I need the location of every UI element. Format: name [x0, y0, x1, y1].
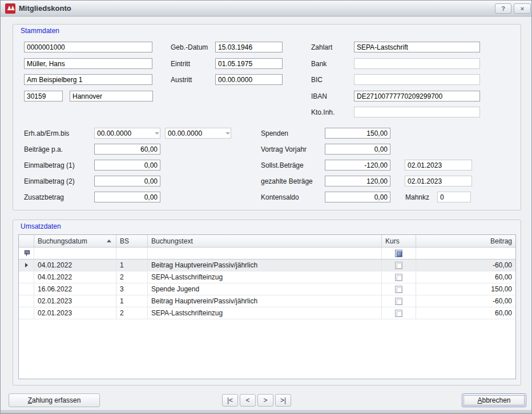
- window: ♟♟ Mitgliedskonto ? × Stammdaten Geb.-Da…: [0, 0, 532, 414]
- zahlart-label: Zahlart: [311, 43, 332, 51]
- vortrag-vorjahr-field[interactable]: [325, 144, 390, 155]
- mahnkz-label: Mahnkz: [405, 193, 429, 201]
- kurs-checkbox[interactable]: [395, 310, 402, 317]
- column-header-buchungstext[interactable]: Buchungstext: [148, 235, 382, 247]
- bic-label: BIC: [311, 76, 323, 84]
- umsatzdaten-caption: Umsatzdaten: [21, 222, 61, 230]
- bank-label: Bank: [311, 60, 327, 68]
- einmalbetrag1-field[interactable]: [94, 160, 160, 171]
- erh-ab-combo[interactable]: [94, 128, 160, 139]
- city-field[interactable]: [70, 91, 153, 102]
- filter-cell-buchungsdatum[interactable]: [34, 247, 116, 259]
- erm-bis-combo[interactable]: [165, 128, 231, 139]
- spenden-label: Spenden: [261, 129, 288, 137]
- erm-bis-field[interactable]: [166, 128, 225, 138]
- beitraege-pa-label: Beiträge p.a.: [24, 145, 63, 153]
- sort-ascending-icon: [107, 240, 111, 242]
- spenden-field[interactable]: [325, 128, 390, 139]
- erh-erm-label: Erh.ab/Erm.bis: [24, 129, 69, 137]
- eintritt-field[interactable]: [215, 58, 283, 69]
- zahlart-field[interactable]: [354, 42, 480, 52]
- kontensaldo-field[interactable]: [325, 192, 390, 202]
- vortrag-vorjahr-label: Vortrag Vorjahr: [261, 145, 307, 153]
- member-name-field[interactable]: [24, 58, 152, 69]
- kontensaldo-label: Kontensaldo: [261, 193, 299, 201]
- kurs-filter-checkbox[interactable]: [395, 250, 402, 257]
- bank-field[interactable]: [354, 58, 480, 69]
- chevron-down-icon[interactable]: [154, 128, 160, 138]
- einmalbetrag2-label: Einmalbetrag (2): [24, 177, 75, 185]
- sollst-betraege-field[interactable]: [325, 160, 390, 171]
- table-row[interactable]: 04.01.2022 1 Beitrag Hauptverein/Passiv/…: [19, 259, 515, 271]
- kurs-checkbox[interactable]: [395, 286, 402, 293]
- bic-field[interactable]: [354, 74, 480, 85]
- abbrechen-button[interactable]: Abbrechen: [462, 393, 526, 407]
- iban-field[interactable]: [354, 91, 480, 102]
- column-header-beitrag[interactable]: Beitrag: [416, 235, 515, 247]
- kurs-checkbox[interactable]: [395, 298, 402, 305]
- erh-ab-field[interactable]: [95, 128, 154, 138]
- window-bottom-edge: [1, 410, 531, 413]
- geb-datum-field[interactable]: [215, 42, 283, 52]
- geb-datum-label: Geb.-Datum: [171, 43, 208, 51]
- table-row[interactable]: 02.01.2023 1 Beitrag Hauptverein/Passiv/…: [19, 295, 515, 307]
- row-indicator-cell: [19, 295, 34, 307]
- austritt-field[interactable]: [215, 74, 283, 85]
- kurs-checkbox[interactable]: [395, 274, 402, 281]
- filter-row-indicator-cell: [19, 247, 34, 259]
- nav-previous-button[interactable]: <: [240, 394, 256, 407]
- einmalbetrag2-field[interactable]: [94, 176, 160, 186]
- gezahlt-datum-field[interactable]: [405, 176, 472, 186]
- help-button[interactable]: ?: [495, 3, 511, 14]
- member-figures-icon: ♟♟: [7, 3, 14, 14]
- zusatzbetrag-label: Zusatzbetrag: [24, 193, 64, 201]
- kto-inh-label: Kto.Inh.: [311, 108, 334, 116]
- nav-first-button[interactable]: |<: [222, 394, 238, 407]
- titlebar: ♟♟ Mitgliedskonto ? ×: [1, 1, 531, 17]
- gezahlte-betraege-label: gezahlte Beträge: [261, 177, 313, 185]
- nav-last-button[interactable]: >|: [275, 394, 291, 407]
- app-icon: ♟♟: [5, 3, 15, 14]
- zusatzbetrag-field[interactable]: [94, 192, 160, 202]
- iban-label: IBAN: [311, 92, 327, 100]
- sollst-datum-field[interactable]: [405, 160, 472, 171]
- close-button[interactable]: ×: [514, 3, 531, 14]
- kto-inh-field[interactable]: [354, 107, 480, 117]
- grid-filter-row: [19, 247, 515, 259]
- member-number-field[interactable]: [24, 42, 152, 52]
- column-header-buchungsdatum[interactable]: Buchungsdatum: [34, 235, 116, 247]
- filter-row-icon: [24, 250, 29, 257]
- table-row[interactable]: 02.01.2023 2 SEPA-Lastschrifteinzug 60,0…: [19, 307, 515, 319]
- chevron-down-icon[interactable]: [225, 128, 231, 138]
- window-title: Mitgliedskonto: [19, 4, 71, 13]
- current-row-arrow-icon: [25, 263, 28, 267]
- row-indicator-cell: [19, 271, 34, 283]
- stammdaten-caption: Stammdaten: [21, 27, 59, 35]
- row-indicator-cell: [19, 259, 34, 271]
- mahnkz-field[interactable]: [437, 192, 471, 202]
- filter-cell-beitrag[interactable]: [416, 247, 515, 259]
- zip-field[interactable]: [24, 91, 63, 102]
- client-area: Stammdaten Geb.-Datum Eintritt Austritt …: [1, 17, 531, 413]
- austritt-label: Austritt: [171, 76, 192, 84]
- table-row[interactable]: 04.01.2022 2 SEPA-Lastschrifteinzug 60,0…: [19, 271, 515, 283]
- table-row[interactable]: 16.06.2022 3 Spende Jugend 150,00: [19, 283, 515, 295]
- grid-empty-area: [19, 319, 515, 379]
- kurs-checkbox[interactable]: [395, 262, 402, 269]
- indicator-header-cell: [19, 235, 34, 247]
- column-header-kurs[interactable]: Kurs: [382, 235, 416, 247]
- gezahlte-betraege-field[interactable]: [325, 176, 390, 186]
- nav-next-button[interactable]: >: [257, 394, 273, 407]
- sollst-betraege-label: Sollst.Beträge: [261, 161, 304, 169]
- filter-cell-buchungstext[interactable]: [148, 247, 382, 259]
- row-indicator-cell: [19, 283, 34, 295]
- row-indicator-cell: [19, 307, 34, 319]
- filter-cell-kurs[interactable]: [382, 247, 416, 259]
- einmalbetrag1-label: Einmalbetrag (1): [24, 161, 75, 169]
- zahlung-erfassen-button[interactable]: Zahlung erfassen: [9, 393, 100, 407]
- filter-cell-bs[interactable]: [116, 247, 148, 259]
- column-header-bs[interactable]: BS: [116, 235, 148, 247]
- street-field[interactable]: [24, 74, 152, 85]
- beitraege-pa-field[interactable]: [94, 144, 160, 155]
- grid-header-row: Buchungsdatum BS Buchungstext Kurs Beitr…: [19, 235, 515, 247]
